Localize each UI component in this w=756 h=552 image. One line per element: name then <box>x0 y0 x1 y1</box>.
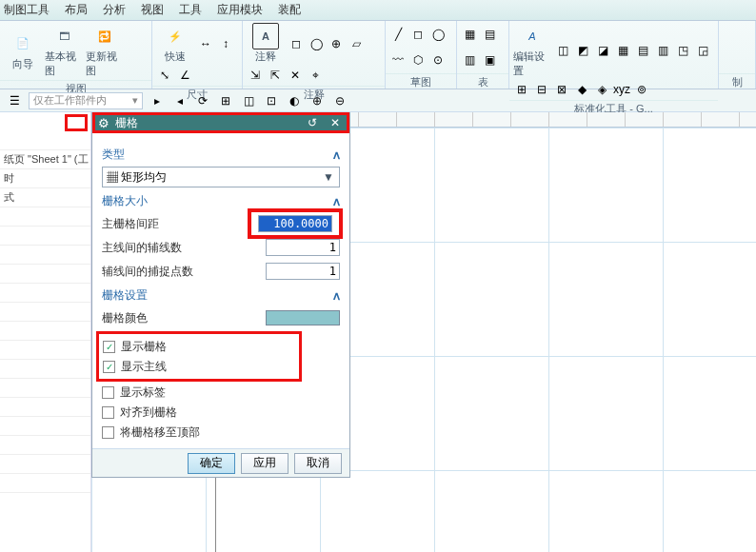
tree-node[interactable]: 时 <box>0 169 90 188</box>
grid-color-swatch[interactable] <box>266 310 340 325</box>
edit-settings-button[interactable]: A编辑设置 <box>513 23 551 78</box>
note-button[interactable]: A注释 <box>247 23 285 64</box>
dialog-titlebar[interactable]: ⚙ 栅格 ↺ ✕ <box>92 112 349 133</box>
highlight-marker <box>65 114 88 131</box>
apply-button[interactable]: 应用 <box>241 453 288 474</box>
section-settings[interactable]: 栅格设置ʌ <box>102 287 340 304</box>
close-icon[interactable]: ✕ <box>327 116 344 129</box>
ann-icon[interactable]: ✕ <box>287 67 304 84</box>
ann-icon[interactable]: ▱ <box>348 35 365 52</box>
ann-icon[interactable]: ⊕ <box>328 35 345 52</box>
sketch-icon[interactable]: ◻ <box>409 26 427 43</box>
std-icon[interactable]: ◫ <box>554 42 571 59</box>
ribbon-group-label: 表 <box>457 73 508 89</box>
section-type[interactable]: 类型ʌ <box>102 147 340 163</box>
ann-icon[interactable]: ⇲ <box>247 67 264 84</box>
wizard-button[interactable]: 📄向导 <box>4 30 42 71</box>
std-icon[interactable]: ◪ <box>594 42 611 59</box>
sketch-icon[interactable]: 〰 <box>389 51 407 69</box>
qb-icon[interactable]: ⟳ <box>194 92 211 109</box>
grid-type-combo[interactable]: ▦ 矩形均匀 ▼ <box>102 167 340 187</box>
show-main-lines-checkbox[interactable]: 显示主线 <box>103 357 295 376</box>
menu-item[interactable]: 视图 <box>141 2 164 18</box>
minor-lines-input[interactable] <box>266 239 340 256</box>
table-icon[interactable]: ▣ <box>481 51 498 69</box>
show-labels-checkbox[interactable]: 显示标签 <box>102 383 340 402</box>
ann-icon[interactable]: ⌖ <box>307 67 324 84</box>
navigator-panel: 纸页 "Sheet 1" (工 时 式 <box>0 112 91 552</box>
grid-icon: ▦ <box>107 170 118 184</box>
menu-item[interactable]: 应用模块 <box>217 2 263 18</box>
grid-on-top-checkbox[interactable]: 将栅格移至顶部 <box>102 423 340 442</box>
sheet-node[interactable]: 纸页 "Sheet 1" (工 <box>0 150 90 169</box>
note-icon: A <box>252 23 279 49</box>
show-grid-checkbox[interactable]: 显示栅格 <box>103 337 295 356</box>
ribbon-group-label: 制 <box>719 73 755 89</box>
field-label: 辅线间的捕捉点数 <box>102 264 266 280</box>
snap-to-grid-checkbox[interactable]: 对齐到栅格 <box>102 403 340 422</box>
chevron-up-icon: ʌ <box>333 195 340 208</box>
section-size[interactable]: 栅格大小ʌ <box>102 193 340 209</box>
ok-button[interactable]: 确定 <box>188 453 235 474</box>
sketch-icon[interactable]: ◯ <box>429 26 447 43</box>
dim-icon[interactable]: ∠ <box>176 67 193 84</box>
std-icon[interactable]: ⊚ <box>633 81 650 98</box>
qb-icon[interactable]: ◐ <box>286 92 303 109</box>
menu-item[interactable]: 工具 <box>179 2 202 18</box>
std-icon[interactable]: ▥ <box>654 42 671 59</box>
std-icon[interactable]: ⊠ <box>553 81 570 98</box>
table-icon[interactable]: ▥ <box>461 51 478 69</box>
tree-node[interactable]: 式 <box>0 188 90 207</box>
std-icon[interactable]: ◩ <box>574 42 591 59</box>
std-icon[interactable]: ◆ <box>573 81 590 98</box>
sketch-icon[interactable]: ╱ <box>389 26 407 43</box>
std-icon[interactable]: ⊞ <box>513 81 530 98</box>
quick-icon: ⚡ <box>162 23 189 49</box>
field-label: 主线间的辅线数 <box>102 240 266 256</box>
menu-item[interactable]: 装配 <box>278 2 301 18</box>
grid-dialog: ⚙ 栅格 ↺ ✕ 类型ʌ ▦ 矩形均匀 ▼ 栅格大小ʌ 主栅格间距 主线间的辅线… <box>91 112 350 478</box>
settings-icon: A <box>519 23 546 49</box>
quick-button[interactable]: ⚡快速 <box>156 23 194 64</box>
menu-item[interactable]: 布局 <box>65 2 88 18</box>
update-view-button[interactable]: 🔁更新视图 <box>86 23 124 78</box>
std-icon[interactable]: ▦ <box>614 42 631 59</box>
menu-icon[interactable]: ☰ <box>6 92 23 109</box>
checkbox-icon <box>102 406 114 419</box>
qb-icon[interactable]: ⊕ <box>308 92 326 109</box>
reset-icon[interactable]: ↺ <box>304 116 321 129</box>
cancel-button[interactable]: 取消 <box>294 453 342 474</box>
qb-icon[interactable]: ⊞ <box>217 92 234 109</box>
qb-icon[interactable]: ▸ <box>149 92 166 109</box>
table-icon[interactable]: ▤ <box>481 26 498 43</box>
dim-icon[interactable]: ↔ <box>197 35 214 52</box>
std-icon[interactable]: ◲ <box>694 42 711 59</box>
qb-icon[interactable]: ◫ <box>240 92 257 109</box>
sketch-icon[interactable]: ⊙ <box>429 51 447 69</box>
qb-icon[interactable]: ⊖ <box>331 92 348 109</box>
base-view-button[interactable]: 🗔基本视图 <box>45 23 83 78</box>
chevron-down-icon: ▼ <box>322 170 335 184</box>
std-icon[interactable]: xyz <box>613 81 630 98</box>
wizard-icon: 📄 <box>10 30 36 57</box>
std-icon[interactable]: ▤ <box>634 42 651 59</box>
dialog-title: 栅格 <box>115 115 138 131</box>
std-icon[interactable]: ⊟ <box>533 81 550 98</box>
snap-points-input[interactable] <box>266 263 340 280</box>
scope-combo[interactable]: 仅在工作部件内▾ <box>29 92 143 109</box>
dim-icon[interactable]: ↕ <box>217 35 234 52</box>
ribbon-group-label: 草图 <box>386 73 456 89</box>
std-icon[interactable]: ◈ <box>593 81 610 98</box>
menu-item[interactable]: 分析 <box>103 2 126 18</box>
qb-icon[interactable]: ⊡ <box>263 92 280 109</box>
qb-icon[interactable]: ◂ <box>171 92 189 109</box>
dim-icon[interactable]: ⤡ <box>156 67 173 84</box>
menu-item[interactable]: 制图工具 <box>4 2 50 18</box>
ann-icon[interactable]: ⇱ <box>267 67 284 84</box>
main-grid-spacing-input[interactable] <box>258 215 332 232</box>
ann-icon[interactable]: ◻ <box>288 35 305 52</box>
sketch-icon[interactable]: ⬡ <box>409 51 427 69</box>
std-icon[interactable]: ◳ <box>674 42 691 59</box>
ann-icon[interactable]: ◯ <box>308 35 325 52</box>
table-icon[interactable]: ▦ <box>461 26 478 43</box>
